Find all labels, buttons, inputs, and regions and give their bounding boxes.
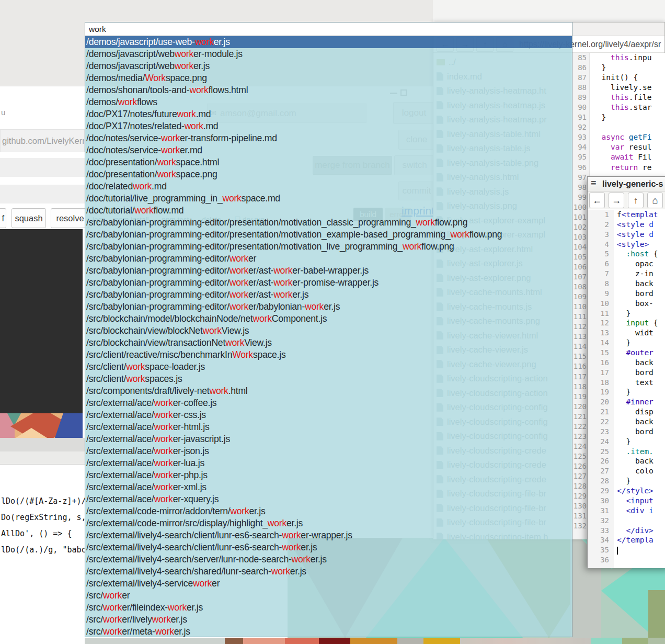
search-result-item[interactable]: /src/external/ace/worker-lua.js	[85, 457, 572, 469]
forward-button[interactable]: →	[609, 193, 624, 208]
code-line: }	[592, 112, 665, 122]
search-result-item[interactable]: /src/babylonian-programming-editor/worke…	[85, 265, 572, 277]
search-result-item[interactable]: /src/client/workspaces.js	[85, 373, 572, 385]
divider-strip	[0, 438, 85, 451]
search-result-item[interactable]: /src/babylonian-programming-editor/worke…	[85, 277, 572, 289]
code-line: </style>	[617, 486, 665, 496]
resolve-button[interactable]: resolve	[51, 208, 89, 228]
code-line: #inner	[617, 397, 665, 407]
wallpaper-strip	[85, 638, 225, 644]
wallpaper-strip	[648, 638, 665, 644]
search-result-item[interactable]: /src/external/ace/worker-css.js	[85, 409, 572, 421]
search-result-item[interactable]: /src/worker	[85, 590, 572, 602]
code-line: init() {	[592, 73, 665, 83]
search-result-item[interactable]: /src/blockchain/view/transactionNetworkV…	[85, 337, 572, 349]
search-result-item[interactable]: /src/client/workspace-loader.js	[85, 361, 572, 373]
search-result-item[interactable]: /src/babylonian-programming-editor/worke…	[85, 253, 572, 265]
search-input[interactable]: work	[85, 22, 572, 36]
search-result-item[interactable]: /doc/PX17/notes/related-work.md	[85, 120, 572, 132]
search-result-item[interactable]: /demos/javascript/use-web-worker.js	[85, 36, 572, 48]
search-result-item[interactable]: /src/babylonian-programming-editor/prese…	[85, 217, 572, 229]
search-result-item[interactable]: /src/client/reactive/misc/benchmarkInWor…	[85, 349, 572, 361]
search-result-item[interactable]: /src/external/lively4-serviceworker	[85, 578, 572, 590]
editor-title: lively-generic-s	[602, 177, 663, 191]
search-result-item[interactable]: /doc/notes/service-worker-transform-pipe…	[85, 132, 572, 144]
search-result-item[interactable]: /src/blockchain/model/blockchainNode/net…	[85, 313, 572, 325]
search-result-item[interactable]: /doc/tutorial/workflow.md	[85, 205, 572, 217]
search-result-item[interactable]: /src/worker/fileindex-worker.js	[85, 602, 572, 614]
code-line: back	[617, 358, 665, 368]
code-line: }	[592, 63, 665, 73]
editor2-code[interactable]: f<templat<style d<style d<style> :host {…	[614, 210, 665, 568]
code-line: back	[617, 279, 665, 289]
search-result-item[interactable]: /src/components/draft/lively-network.htm…	[85, 385, 572, 397]
search-result-item[interactable]: /src/external/ace/worker-javascript.js	[85, 433, 572, 445]
search-result-item[interactable]: /src/external/ace/worker-xml.js	[85, 481, 572, 493]
search-result-item[interactable]: /src/babylonian-programming-editor/prese…	[85, 229, 572, 241]
code-line: <style d	[617, 230, 665, 240]
code-line: input {	[617, 318, 665, 328]
up-button[interactable]: ↑	[628, 193, 644, 208]
search-result-item[interactable]: /src/worker/livelyworker.js	[85, 614, 572, 626]
code-editor-2[interactable]: 1234567891011121314151617181920212223242…	[588, 210, 665, 568]
desktop: u github.com/LivelyKern f squash resolve…	[0, 0, 665, 644]
tab-bar	[0, 451, 85, 465]
search-result-item[interactable]: /doc/notes/service-worker.md	[85, 144, 572, 156]
search-result-item[interactable]: /src/babylonian-programming-editor/worke…	[85, 301, 572, 313]
partial-button[interactable]: f	[0, 208, 6, 228]
repo-url-field[interactable]: github.com/LivelyKern	[0, 129, 85, 152]
code-line: await Fil	[592, 152, 665, 162]
search-result-item[interactable]: /src/external/code-mirror/addon/tern/wor…	[85, 505, 572, 517]
search-result-item[interactable]: /src/external/lively4-search/client/lunr…	[85, 529, 572, 541]
search-result-item[interactable]: /src/external/ace/worker-json.js	[85, 445, 572, 457]
code-line: <style d	[617, 220, 665, 230]
sync-input-2[interactable]	[0, 158, 85, 177]
search-result-item[interactable]: /src/worker/meta-worker.js	[85, 626, 572, 637]
squash-button[interactable]: squash	[12, 208, 46, 228]
search-result-item[interactable]: /demos/media/Workspace.png	[85, 72, 572, 84]
code-line: disp	[617, 407, 665, 417]
search-result-item[interactable]: /demos/shonan/tools-and-workflows.html	[85, 84, 572, 96]
sync-input-3[interactable]	[0, 185, 85, 204]
home-button[interactable]: ⌂	[647, 193, 663, 208]
search-result-item[interactable]: /demos/workflows	[85, 96, 572, 108]
search-result-item[interactable]: /src/external/code-mirror/src/display/hi…	[85, 517, 572, 529]
code-line: <input	[617, 496, 665, 506]
code-line: }	[617, 437, 665, 447]
editor-window: ≡ lively-generic-s ← → ↑ ⌂ 1234567891011…	[587, 176, 665, 568]
wallpaper-strip	[460, 638, 591, 644]
wallpaper-strip	[243, 638, 285, 644]
code-line: <div i	[617, 506, 665, 516]
wallpaper-strip	[285, 638, 319, 644]
code-line: box-	[617, 299, 665, 309]
code-line: bord	[617, 368, 665, 378]
code-line: bord	[617, 427, 665, 437]
wallpaper-strip	[319, 638, 350, 644]
search-result-item[interactable]: /src/external/ace/worker-xquery.js	[85, 493, 572, 505]
search-result-item[interactable]: /src/external/ace/worker-coffee.js	[85, 397, 572, 409]
sync-partial-label: u	[1, 108, 5, 117]
code-line	[617, 545, 665, 555]
hamburger-menu-icon[interactable]: ≡	[591, 178, 597, 189]
search-result-item[interactable]: /demos/javascript/webworker-module.js	[85, 48, 572, 60]
search-result-item[interactable]: /doc/presentation/workspace.png	[85, 168, 572, 180]
search-result-item[interactable]: /src/external/lively4-search/shared/lunr…	[85, 566, 572, 578]
search-result-item[interactable]: /src/external/ace/worker-html.js	[85, 421, 572, 433]
code-line: .item.	[617, 447, 665, 457]
search-result-item[interactable]: /demos/javascript/webworker.js	[85, 60, 572, 72]
search-result-item[interactable]: /doc/relatedwork.md	[85, 180, 572, 193]
search-result-item[interactable]: /src/babylonian-programming-editor/prese…	[85, 241, 572, 253]
search-result-item[interactable]: /doc/PX17/notes/futurework.md	[85, 108, 572, 120]
code-line: text	[617, 378, 665, 388]
back-button[interactable]: ←	[589, 193, 605, 208]
code-line: }	[617, 387, 665, 397]
search-result-item[interactable]: /src/external/lively4-search/client/lunr…	[85, 541, 572, 553]
search-result-item[interactable]: /src/external/ace/worker-php.js	[85, 469, 572, 481]
editor2-gutter: 1234567891011121314151617181920212223242…	[588, 210, 614, 568]
editor-titlebar[interactable]: ≡ lively-generic-s	[588, 177, 665, 191]
search-result-item[interactable]: /src/babylonian-programming-editor/worke…	[85, 289, 572, 301]
search-result-item[interactable]: /doc/presentation/workspace.html	[85, 156, 572, 168]
search-result-item[interactable]: /src/external/lively4-search/server/lunr…	[85, 553, 572, 566]
search-result-item[interactable]: /src/blockchain/view/blockNetworkView.js	[85, 325, 572, 337]
search-result-item[interactable]: /doc/tutorial/live_programming_in_worksp…	[85, 193, 572, 205]
